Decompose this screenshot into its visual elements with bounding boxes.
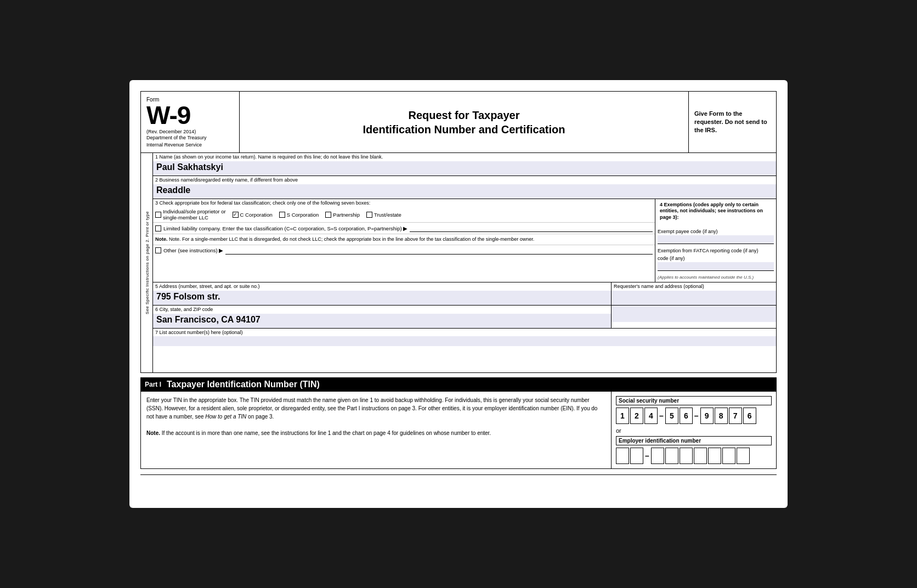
ein-digit-7[interactable] <box>708 448 721 464</box>
part1-body: Enter your TIN in the appropriate box. T… <box>140 392 777 469</box>
ein-boxes: – <box>616 448 772 464</box>
field1-value: Paul Sakhatskyi <box>153 161 776 176</box>
row5-req: 5 Address (number, street, and apt. or s… <box>153 282 776 306</box>
part1-header: Part I Taxpayer Identification Number (T… <box>140 377 777 392</box>
ein-digit-4[interactable] <box>665 448 678 464</box>
ein-digit-3[interactable] <box>651 448 664 464</box>
fatca-label: Exemption from FATCA reporting code (if … <box>658 247 774 255</box>
header-left: Form W-9 (Rev. December 2014) Department… <box>141 92 240 152</box>
ssn-digit-5[interactable]: 6 <box>680 408 693 424</box>
ein-dash: – <box>644 451 650 460</box>
fatca-note: (Applies to accounts maintained outside … <box>658 274 774 280</box>
exempt-payee-field[interactable] <box>658 235 774 244</box>
main-fields-area: See Specific Instructions on page 2. Pri… <box>141 153 776 372</box>
field4-label: 4 Exemptions (codes apply only to certai… <box>658 201 774 222</box>
checkbox-other-box[interactable] <box>155 247 161 253</box>
header-right: Give Form to the requester. Do not send … <box>688 92 776 152</box>
field7-row: 7 List account number(s) here (optional) <box>153 329 776 347</box>
ssn-digit-6[interactable]: 9 <box>700 408 714 424</box>
part1-left: Enter your TIN in the appropriate box. T… <box>141 392 612 468</box>
ein-digit-6[interactable] <box>694 448 707 464</box>
other-row: Other (see instructions) ▶ <box>153 245 655 256</box>
checkboxes-row: Individual/sole proprietor orsingle-memb… <box>153 207 655 222</box>
checkbox-scorp-label: S Corporation <box>287 212 319 218</box>
checkbox-scorp-box[interactable] <box>279 212 285 218</box>
form-header: Form W-9 (Rev. December 2014) Department… <box>140 91 777 153</box>
other-line <box>225 247 653 255</box>
field6-label: 6 City, state, and ZIP code <box>153 306 611 314</box>
header-center: Request for Taxpayer Identification Numb… <box>240 92 688 152</box>
ssn-digit-8[interactable]: 7 <box>729 408 742 424</box>
note-row: Note. Note. For a single-member LLC that… <box>153 234 655 245</box>
field4-area: 4 Exemptions (codes apply only to certai… <box>655 199 776 282</box>
ssn-label: Social security number <box>616 396 772 405</box>
other-label: Other (see instructions) ▶ <box>163 247 223 253</box>
field5-label: 5 Address (number, street, and apt. or s… <box>153 282 611 291</box>
row6-req: 6 City, state, and ZIP code San Francisc… <box>153 306 776 329</box>
exempt-payee-label: Exempt payee code (if any) <box>658 228 774 235</box>
form-title: Request for Taxpayer Identification Numb… <box>363 108 565 137</box>
part1-title: Taxpayer Identification Number (TIN) <box>167 380 320 389</box>
note-text: Note. Note. For a single-member LLC that… <box>155 236 534 242</box>
field1-row: 1 Name (as shown on your income tax retu… <box>153 153 776 176</box>
ssn-digit-4[interactable]: 5 <box>665 408 678 424</box>
checkbox-individual-box[interactable] <box>155 212 161 218</box>
field2-label: 2 Business name/disregarded entity name,… <box>153 176 776 184</box>
ein-digit-5[interactable] <box>680 448 693 464</box>
field5-col: 5 Address (number, street, and apt. or s… <box>153 282 612 305</box>
llc-label: Limited liability company. Enter the tax… <box>163 225 407 231</box>
side-label-container: See Specific Instructions on page 2. Pri… <box>141 153 153 372</box>
ssn-digit-9[interactable]: 6 <box>743 408 756 424</box>
checkbox-individual: Individual/sole proprietor orsingle-memb… <box>155 208 226 220</box>
bottom-line <box>140 474 777 475</box>
checkbox-trust-label: Trust/estate <box>374 212 401 218</box>
checkbox-llc-box[interactable] <box>155 225 161 231</box>
requester-col: Requester's name and address (optional) <box>612 282 776 305</box>
ein-digit-8[interactable] <box>722 448 735 464</box>
code-if-any: code (if any) <box>658 255 774 262</box>
field4-inner: 4 Exemptions (codes apply only to certai… <box>655 199 776 282</box>
checkbox-ccorp-label: C Corporation <box>240 212 273 218</box>
field6-value: San Francisco, CA 94107 <box>153 314 611 328</box>
ein-digit-2[interactable] <box>630 448 643 464</box>
checkbox-individual-label: Individual/sole proprietor orsingle-memb… <box>163 208 226 220</box>
fatca-field[interactable] <box>658 262 774 271</box>
row3-4: 3 Check appropriate box for federal tax … <box>153 199 776 283</box>
checkbox-ccorp-box[interactable]: ✓ <box>233 212 239 218</box>
ssn-digit-7[interactable]: 8 <box>715 408 728 424</box>
field7-label: 7 List account number(s) here (optional) <box>153 329 776 337</box>
w9-form: Form W-9 (Rev. December 2014) Department… <box>129 80 788 508</box>
ssn-dash-2: – <box>694 411 699 420</box>
dept-name: Department of the Treasury Internal Reve… <box>146 134 234 148</box>
llc-line <box>410 224 653 232</box>
field1-label: 1 Name (as shown on your income tax retu… <box>153 153 776 161</box>
ssn-boxes: 1 2 4 – 5 6 – 9 8 7 6 <box>616 408 772 424</box>
part1-label: Part I <box>145 381 161 388</box>
ssn-dash-1: – <box>659 411 664 420</box>
field3-label: 3 Check appropriate box for federal tax … <box>153 199 655 207</box>
ein-digit-9[interactable] <box>737 448 750 464</box>
ein-digit-1[interactable] <box>616 448 629 464</box>
checkbox-scorp: S Corporation <box>279 212 319 218</box>
field2-row: 2 Business name/disregarded entity name,… <box>153 176 776 199</box>
form-fields: 1 Name (as shown on your income tax retu… <box>153 153 776 372</box>
part1-text1: Enter your TIN in the appropriate box. T… <box>146 396 605 421</box>
requester-continued <box>612 306 776 328</box>
ssn-digit-3[interactable]: 4 <box>644 408 658 424</box>
ssn-digit-2[interactable]: 2 <box>630 408 643 424</box>
checkbox-trust-box[interactable] <box>366 212 372 218</box>
part1-right: Social security number 1 2 4 – 5 6 – 9 8… <box>612 392 776 468</box>
field7-value[interactable] <box>153 336 776 346</box>
form-number: W-9 <box>146 103 234 128</box>
field3-area: 3 Check appropriate box for federal tax … <box>153 199 655 282</box>
llc-row: Limited liability company. Enter the tax… <box>153 222 655 234</box>
side-label-text: See Specific Instructions on page 2. Pri… <box>144 167 149 359</box>
checkbox-partnership: Partnership <box>325 212 360 218</box>
checkbox-partnership-box[interactable] <box>325 212 331 218</box>
field2-value: Readdle <box>153 184 776 199</box>
requester-label: Requester's name and address (optional) <box>612 282 776 291</box>
or-text: or <box>616 427 772 434</box>
checkbox-partnership-label: Partnership <box>333 212 360 218</box>
ssn-digit-1[interactable]: 1 <box>616 408 629 424</box>
rev-date: (Rev. December 2014) <box>146 129 234 134</box>
